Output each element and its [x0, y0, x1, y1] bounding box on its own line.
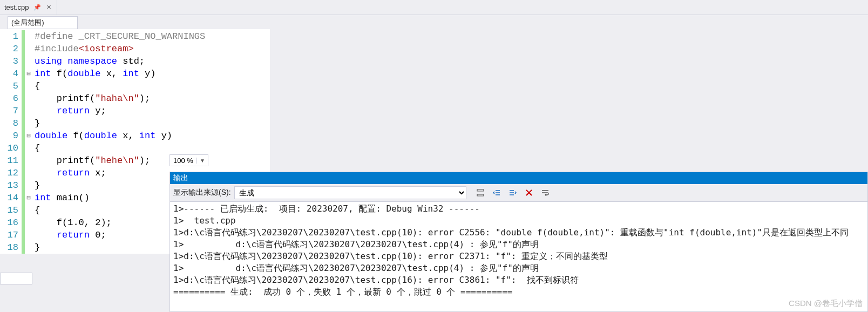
- output-line: 1>d:\c语言代码练习\20230207\20230207\test.cpp(…: [173, 274, 864, 286]
- line-number: 10: [0, 142, 18, 154]
- output-source-select[interactable]: 生成: [234, 186, 466, 199]
- line-number: 6: [0, 92, 18, 105]
- fold-spacer: [25, 179, 32, 192]
- line-number: 16: [0, 216, 18, 229]
- fold-toggle-icon[interactable]: ⊟: [25, 67, 32, 80]
- line-number: 1: [0, 30, 18, 43]
- line-number: 14: [0, 192, 18, 204]
- code-line[interactable]: {: [35, 142, 205, 154]
- code-line[interactable]: #include<iostream>: [35, 43, 205, 55]
- code-line[interactable]: double f(double x, int y): [35, 130, 205, 142]
- tab-bar: test.cpp 📌 ✕: [0, 0, 868, 15]
- output-line: ========== 生成: 成功 0 个，失败 1 个，最新 0 个，跳过 0…: [173, 286, 864, 298]
- tab-filename: test.cpp: [4, 3, 29, 11]
- fold-spacer: [25, 43, 32, 55]
- fold-spacer: [25, 154, 32, 167]
- line-number: 18: [0, 241, 18, 254]
- line-number: 8: [0, 117, 18, 130]
- fold-spacer: [25, 117, 32, 130]
- line-number: 17: [0, 229, 18, 241]
- line-number: 13: [0, 179, 18, 192]
- fold-spacer: [25, 30, 32, 43]
- find-icon[interactable]: [475, 187, 486, 198]
- code-line[interactable]: int f(double x, int y): [35, 67, 205, 80]
- indent-right-icon[interactable]: [507, 187, 518, 198]
- chevron-down-icon[interactable]: ▼: [196, 158, 208, 164]
- fold-spacer: [25, 241, 32, 254]
- output-line: 1> test.cpp: [173, 215, 864, 227]
- line-number: 12: [0, 167, 18, 179]
- fold-toggle-icon[interactable]: ⊟: [25, 130, 32, 142]
- fold-spacer: [25, 167, 32, 179]
- code-line[interactable]: {: [35, 80, 205, 92]
- fold-spacer: [25, 142, 32, 154]
- scope-label: (全局范围): [11, 18, 44, 28]
- line-number: 2: [0, 43, 18, 55]
- code-line[interactable]: return y;: [35, 105, 205, 117]
- code-line[interactable]: }: [35, 117, 205, 130]
- output-panel: 输出 显示输出来源(S): 生成 1>------ 已启动生成: 项目: 202…: [169, 172, 868, 312]
- line-number: 3: [0, 55, 18, 67]
- zoom-bottom: [0, 273, 32, 284]
- code-line[interactable]: #define _CRT_SECURE_NO_WARNINGS: [35, 30, 205, 43]
- output-line: 1>d:\c语言代码练习\20230207\20230207\test.cpp(…: [173, 250, 864, 262]
- fold-spacer: [25, 80, 32, 92]
- fold-toggle-icon[interactable]: ⊟: [25, 192, 32, 204]
- fold-spacer: [25, 55, 32, 67]
- word-wrap-icon[interactable]: [540, 187, 551, 198]
- fold-spacer: [25, 92, 32, 105]
- output-line: 1> d:\c语言代码练习\20230207\20230207\test.cpp…: [173, 239, 864, 250]
- line-number: 5: [0, 80, 18, 92]
- fold-spacer: [25, 216, 32, 229]
- output-title-bar[interactable]: 输出: [170, 172, 867, 184]
- fold-spacer: [25, 105, 32, 117]
- output-line: 1>d:\c语言代码练习\20230207\20230207\test.cpp(…: [173, 227, 864, 239]
- clear-icon[interactable]: [524, 187, 534, 198]
- zoom-value: 100 %: [170, 157, 196, 165]
- output-line: 1> d:\c语言代码练习\20230207\20230207\test.cpp…: [173, 262, 864, 274]
- output-source-label: 显示输出来源(S):: [173, 188, 231, 198]
- fold-spacer: [25, 204, 32, 216]
- output-title-text: 输出: [173, 173, 188, 183]
- line-number: 4: [0, 67, 18, 80]
- output-toolbar: 显示输出来源(S): 生成: [170, 184, 867, 202]
- close-icon[interactable]: ✕: [45, 4, 52, 11]
- line-number: 9: [0, 130, 18, 142]
- code-line[interactable]: using namespace std;: [35, 55, 205, 67]
- fold-spacer: [25, 229, 32, 241]
- fold-column: ⊟⊟⊟: [25, 29, 32, 254]
- scope-dropdown[interactable]: (全局范围): [8, 16, 78, 29]
- code-line[interactable]: printf("haha\n");: [35, 92, 205, 105]
- zoom-selector[interactable]: 100 % ▼: [169, 154, 208, 166]
- output-content[interactable]: 1>------ 已启动生成: 项目: 20230207, 配置: Debug …: [170, 202, 867, 299]
- watermark: CSDN @卷毛小学僧: [789, 299, 863, 309]
- line-number: 15: [0, 204, 18, 216]
- indent-left-icon[interactable]: [491, 187, 502, 198]
- pin-icon[interactable]: 📌: [32, 4, 42, 11]
- output-line: 1>------ 已启动生成: 项目: 20230207, 配置: Debug …: [173, 203, 864, 215]
- toolbar-icons: [475, 187, 551, 198]
- line-number: 7: [0, 105, 18, 117]
- line-number-gutter: 123456789101112131415161718: [0, 29, 22, 254]
- file-tab[interactable]: test.cpp 📌 ✕: [0, 0, 57, 15]
- line-number: 11: [0, 154, 18, 167]
